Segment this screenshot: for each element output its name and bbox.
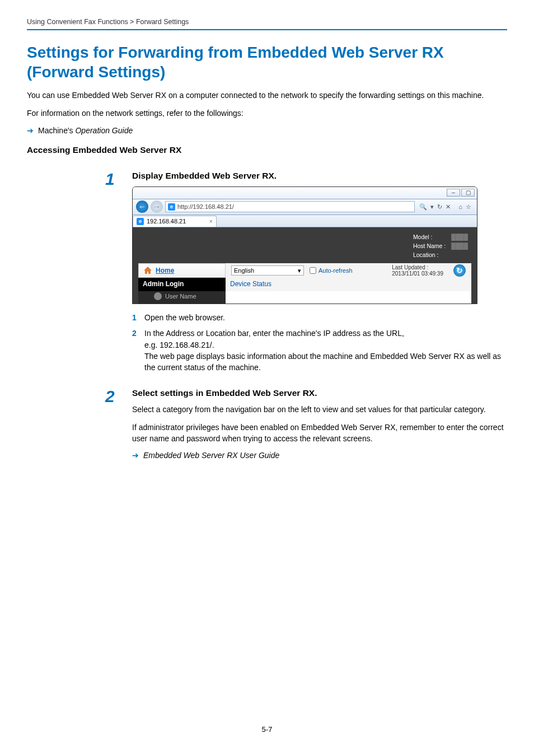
- page-margin-bar: [0, 0, 2, 756]
- user-name-row: User Name: [138, 291, 226, 304]
- refresh-icon[interactable]: ↻: [437, 203, 442, 211]
- browser-tab[interactable]: e 192.168.48.21 ×: [133, 216, 217, 227]
- refresh-button[interactable]: ↻: [453, 264, 466, 277]
- back-button[interactable]: ←: [136, 200, 148, 213]
- address-bar-tools: 🔍 ▾ ↻ ✕ ⌂ ☆: [417, 203, 474, 211]
- window-titlebar: – ▢: [133, 187, 477, 199]
- device-status-label: Device Status: [226, 278, 471, 291]
- tab-label: 192.168.48.21: [147, 218, 186, 225]
- intro-paragraph-1: You can use Embedded Web Server RX on a …: [27, 90, 507, 101]
- substep-text: Open the web browser.: [144, 312, 225, 323]
- home-icon: [143, 266, 152, 275]
- xref-text: Embedded Web Server RX User Guide: [143, 451, 279, 460]
- step-2: 2 Select settings in Embedded Web Server…: [105, 388, 507, 460]
- language-select[interactable]: English▾: [231, 265, 304, 276]
- substep-1: 1 Open the web browser.: [132, 312, 507, 323]
- address-input[interactable]: e http://192.168.48.21/: [165, 201, 415, 212]
- stop-icon[interactable]: ✕: [446, 203, 451, 211]
- address-bar-row: ← → e http://192.168.48.21/ 🔍 ▾ ↻ ✕ ⌂ ☆: [133, 199, 477, 215]
- substep-number: 2: [132, 328, 139, 373]
- intro-paragraph-2: For information on the network settings,…: [27, 108, 507, 119]
- step-1: 1 Display Embedded Web Server RX. – ▢ ← …: [105, 171, 507, 378]
- page-header-dark: Model :████ Host Name :████ Location : H…: [133, 227, 477, 304]
- cross-reference-2: ➔ Embedded Web Server RX User Guide: [132, 451, 507, 460]
- xref-text: Machine's Operation Guide: [38, 126, 133, 135]
- header-rule: [27, 29, 507, 30]
- cross-reference-1: ➔ Machine's Operation Guide: [27, 126, 507, 135]
- step-number: 2: [105, 388, 121, 460]
- breadcrumb: Using Convenient Fax Functions > Forward…: [27, 18, 507, 29]
- home-icon[interactable]: ⌂: [458, 203, 462, 210]
- tab-strip: e 192.168.48.21 ×: [133, 215, 477, 227]
- browser-screenshot: – ▢ ← → e http://192.168.48.21/ 🔍 ▾ ↻ ✕ …: [132, 186, 477, 305]
- home-link[interactable]: Home: [156, 267, 174, 274]
- substep-number: 1: [132, 312, 139, 323]
- maximize-icon[interactable]: ▢: [461, 189, 475, 197]
- substep-text: In the Address or Location bar, enter th…: [144, 328, 507, 373]
- ie-icon: e: [137, 218, 144, 225]
- arrow-icon: ➔: [27, 127, 34, 134]
- step-2-para-2: If administrator privileges have been en…: [132, 422, 507, 445]
- url-text: http://192.168.48.21/: [177, 203, 234, 210]
- page-title: Settings for Forwarding from Embedded We…: [27, 43, 507, 82]
- substep-2: 2 In the Address or Location bar, enter …: [132, 328, 507, 373]
- section-heading: Accessing Embedded Web Server RX: [27, 145, 507, 155]
- search-icon[interactable]: 🔍: [419, 203, 427, 211]
- avatar-icon: [154, 292, 162, 300]
- close-icon[interactable]: ×: [209, 218, 213, 225]
- favorites-icon[interactable]: ☆: [466, 203, 471, 211]
- arrow-icon: ➔: [132, 451, 139, 459]
- sidebar-home[interactable]: Home: [138, 263, 226, 278]
- ie-icon: e: [168, 203, 175, 211]
- auto-refresh-checkbox[interactable]: Auto-refresh: [310, 267, 353, 274]
- step-1-title: Display Embedded Web Server RX.: [132, 171, 507, 181]
- admin-login-label: Admin Login: [138, 278, 226, 291]
- forward-button[interactable]: →: [151, 200, 163, 213]
- device-info-table: Model :████ Host Name :████ Location :: [410, 232, 471, 260]
- last-updated: Last Updated : 2013/11/01 03:49:39: [392, 264, 443, 277]
- page-number: 5-7: [0, 725, 534, 734]
- step-number: 1: [105, 171, 121, 378]
- step-2-title: Select settings in Embedded Web Server R…: [132, 388, 507, 398]
- minimize-icon[interactable]: –: [447, 189, 460, 197]
- step-2-para-1: Select a category from the navigation ba…: [132, 404, 507, 415]
